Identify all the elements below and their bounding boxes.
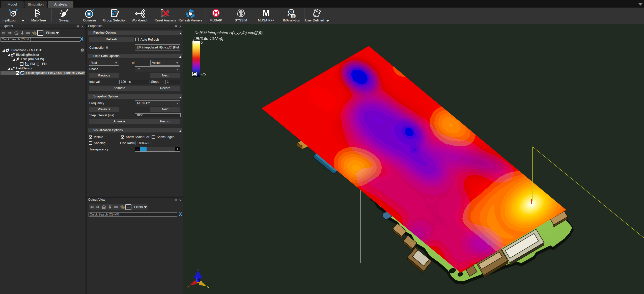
svg-text:||Re{EM interpolated H(x,y,z,f: ||Re{EM interpolated H(x,y,z,f0).exp(jβ)…: [192, 31, 263, 35]
svg-text:0: 0: [201, 40, 203, 44]
svg-text:[dB(3.6e-10A/m)]: [dB(3.6e-10A/m)]: [193, 36, 223, 41]
svg-text:-75: -75: [201, 72, 206, 76]
svg-text:z: z: [197, 268, 200, 273]
svg-text:x: x: [187, 284, 190, 289]
svg-text:y: y: [207, 285, 209, 290]
